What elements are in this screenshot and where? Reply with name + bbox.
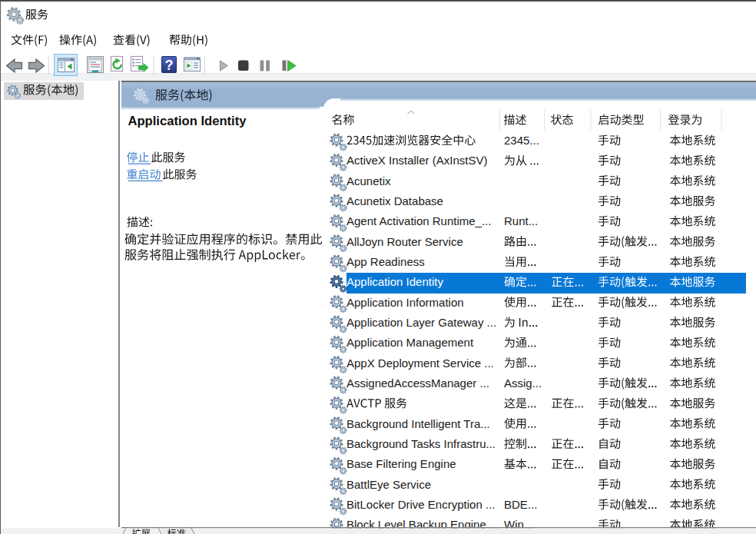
svg-text:Background Intelligent Tra...: Background Intelligent Tra... (346, 417, 490, 430)
svg-text:BDE...: BDE... (504, 498, 537, 511)
svg-text:2345...: 2345... (504, 134, 539, 147)
svg-text:Acunetix: Acunetix (346, 174, 391, 187)
svg-text:Acunetix Database: Acunetix Database (346, 194, 443, 207)
svg-text:Background Tasks Infrastru...: Background Tasks Infrastru... (346, 437, 496, 450)
svg-text:BitLocker Drive Encryption ...: BitLocker Drive Encryption ... (346, 498, 495, 511)
svg-text:Runt...: Runt... (504, 214, 538, 227)
svg-text:AssignedAccessManager ...: AssignedAccessManager ... (346, 376, 489, 390)
svg-text:App Readiness: App Readiness (346, 255, 425, 268)
svg-text:?: ? (165, 58, 174, 73)
svg-text:AllJoyn Router Service: AllJoyn Router Service (346, 235, 463, 248)
svg-text:Application Information: Application Information (346, 296, 464, 309)
svg-text:ActiveX Installer (AxInstSV): ActiveX Installer (AxInstSV) (346, 154, 487, 167)
svg-text:Base Filtering Engine: Base Filtering Engine (346, 457, 456, 470)
svg-text:Application Identity: Application Identity (128, 114, 247, 128)
svg-text:Application Layer Gateway ...: Application Layer Gateway ... (346, 316, 496, 329)
svg-text:AppX Deployment Service ...: AppX Deployment Service ... (346, 357, 494, 370)
svg-text:Assig...: Assig... (504, 376, 542, 390)
svg-text:Agent Activation Runtime_...: Agent Activation Runtime_... (346, 214, 491, 227)
svg-text:BattlEye Service: BattlEye Service (346, 478, 431, 491)
svg-text:Application Identity: Application Identity (346, 275, 443, 288)
svg-text:Application Management: Application Management (346, 336, 474, 349)
